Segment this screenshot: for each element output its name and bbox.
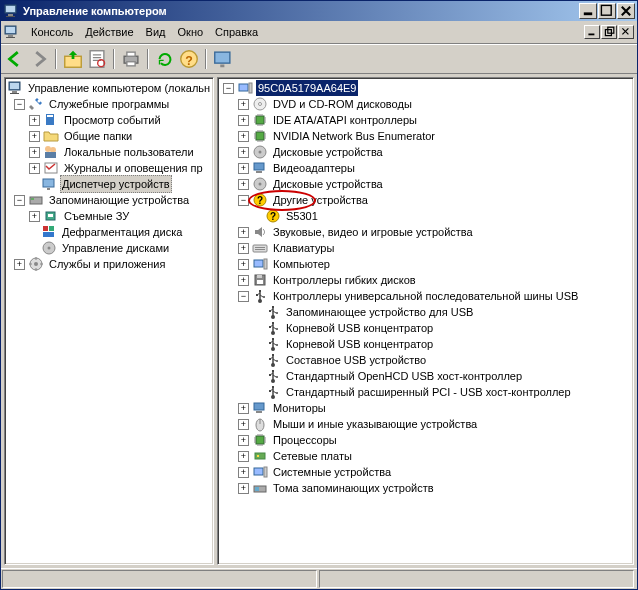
device-unknown-s5301[interactable]: S5301 [218,208,633,224]
device-row[interactable]: +IDE ATA/ATAPI контроллеры [218,112,633,128]
device-other[interactable]: −Другие устройства [218,192,633,208]
device-row[interactable]: Корневой USB концентратор [218,336,633,352]
collapse-icon[interactable]: − [223,83,234,94]
expand-icon[interactable]: + [29,211,40,222]
console-tree[interactable]: Управление компьютером (локальн − Служеб… [4,77,214,565]
toolbar-help-button[interactable] [178,48,200,70]
device-row[interactable]: Корневой USB концентратор [218,320,633,336]
expand-icon[interactable]: + [29,163,40,174]
mdi-minimize-button[interactable] [584,25,600,39]
expand-icon[interactable]: + [238,275,249,286]
device-row[interactable]: Стандартный OpenHCD USB хост-контроллер [218,368,633,384]
toolbar-scan-button[interactable] [212,48,234,70]
app-window: Управление компьютером Консоль Действие … [0,0,638,590]
tree-defrag[interactable]: Дефрагментация диска [5,224,213,240]
tree-services-apps[interactable]: + Службы и приложения [5,256,213,272]
menu-view[interactable]: Вид [140,24,172,40]
minimize-button[interactable] [579,3,597,19]
usb-icon [265,320,281,336]
tree-disk-mgmt[interactable]: Управление дисками [5,240,213,256]
device-row[interactable]: +Клавиатуры [218,240,633,256]
expand-icon[interactable]: + [29,115,40,126]
collapse-icon[interactable]: − [14,99,25,110]
window-title: Управление компьютером [23,5,579,17]
expand-icon[interactable]: + [238,435,249,446]
device-row[interactable]: +Процессоры [218,432,633,448]
expand-icon[interactable]: + [238,483,249,494]
mdi-restore-button[interactable] [601,25,617,39]
tree-system-tools[interactable]: − Служебные программы [5,96,213,112]
tree-removable-storage[interactable]: + Съемные ЗУ [5,208,213,224]
device-manager-icon [41,176,57,192]
device-row[interactable]: Стандартный расширенный PCI - USB хост-к… [218,384,633,400]
expand-icon[interactable]: + [29,131,40,142]
tree-device-manager[interactable]: Диспетчер устройств [5,176,213,192]
device-row[interactable]: +Сетевые платы [218,448,633,464]
device-row[interactable]: +Тома запоминающих устройств [218,480,633,496]
tree-storage[interactable]: − Запоминающие устройства [5,192,213,208]
usb-icon [265,384,281,400]
tree-root[interactable]: Управление компьютером (локальн [5,80,213,96]
device-row[interactable]: +Звуковые, видео и игровые устройства [218,224,633,240]
device-row[interactable]: +Дисковые устройства [218,144,633,160]
close-button[interactable] [617,3,635,19]
device-row[interactable]: +Мониторы [218,400,633,416]
toolbar-forward-button[interactable] [28,48,50,70]
toolbar-print-button[interactable] [120,48,142,70]
expand-icon[interactable]: + [238,243,249,254]
titlebar[interactable]: Управление компьютером [1,1,637,21]
expand-icon[interactable]: + [238,163,249,174]
expand-icon[interactable]: + [238,99,249,110]
expand-icon[interactable]: + [238,419,249,430]
expand-icon[interactable]: + [238,227,249,238]
device-row[interactable]: +Мыши и иные указывающие устройства [218,416,633,432]
expand-icon[interactable]: + [238,467,249,478]
menu-action[interactable]: Действие [79,24,139,40]
expand-icon[interactable]: + [238,115,249,126]
mdi-close-button[interactable] [618,25,634,39]
tree-shared-folders[interactable]: + Общие папки [5,128,213,144]
device-root[interactable]: −95C0A5179AA64E9 [218,80,633,96]
usb-icon [265,336,281,352]
toolbar-refresh-button[interactable] [154,48,176,70]
device-usb-controllers[interactable]: −Контроллеры универсальной последователь… [218,288,633,304]
menu-window[interactable]: Окно [172,24,210,40]
device-row[interactable]: +Компьютер [218,256,633,272]
device-row[interactable]: +Контроллеры гибких дисков [218,272,633,288]
expand-icon[interactable]: + [238,179,249,190]
cd-icon [252,96,268,112]
device-row[interactable]: +Дисковые устройства [218,176,633,192]
toolbar-back-button[interactable] [4,48,26,70]
toolbar-properties-button[interactable] [86,48,108,70]
expand-icon[interactable]: + [238,451,249,462]
menu-help[interactable]: Справка [209,24,264,40]
toolbar-up-button[interactable] [62,48,84,70]
maximize-button[interactable] [598,3,616,19]
device-row[interactable]: +DVD и CD-ROM дисководы [218,96,633,112]
collapse-icon[interactable]: − [14,195,25,206]
vid-icon [252,160,268,176]
device-list[interactable]: −95C0A5179AA64E9+DVD и CD-ROM дисководы+… [217,77,634,565]
collapse-icon[interactable]: − [238,195,249,206]
collapse-icon[interactable]: − [238,291,249,302]
chip-icon [252,112,268,128]
device-row[interactable]: +NVIDIA Network Bus Enumerator [218,128,633,144]
device-row[interactable]: Составное USB устройство [218,352,633,368]
monitor-icon [7,80,23,96]
device-row[interactable]: +Системные устройства [218,464,633,480]
log-icon [43,160,59,176]
expand-icon[interactable]: + [29,147,40,158]
device-row[interactable]: +Видеоадаптеры [218,160,633,176]
expand-icon[interactable]: + [238,131,249,142]
svg-rect-57 [601,5,611,15]
expand-icon[interactable]: + [14,259,25,270]
expand-icon[interactable]: + [238,259,249,270]
tree-event-viewer[interactable]: + Просмотр событий [5,112,213,128]
tree-perf-logs[interactable]: + Журналы и оповещения пр [5,160,213,176]
book-icon [43,112,59,128]
menu-console[interactable]: Консоль [25,24,79,40]
expand-icon[interactable]: + [238,147,249,158]
expand-icon[interactable]: + [238,403,249,414]
tree-local-users[interactable]: + Локальные пользователи [5,144,213,160]
device-row[interactable]: Запоминающее устройство для USB [218,304,633,320]
